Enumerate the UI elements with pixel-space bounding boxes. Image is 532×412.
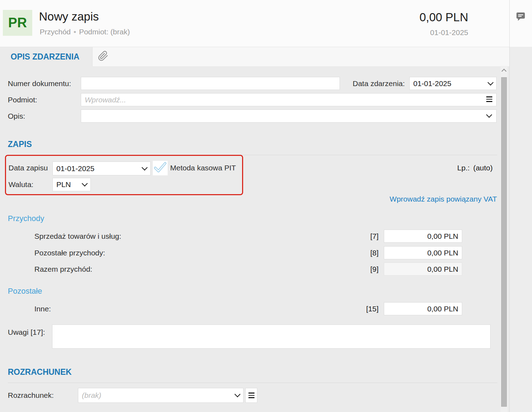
zapis-heading: ZAPIS	[8, 140, 32, 149]
podmiot-input[interactable]	[81, 93, 497, 106]
metoda-kasowa-label: Metoda kasowa PIT	[170, 164, 236, 172]
vertical-scrollbar[interactable]	[500, 66, 508, 412]
data-zapisu-value: 01-01-2025	[56, 164, 142, 173]
numer-dokumentu-input[interactable]	[81, 77, 340, 90]
entity-label: Podmiot: (brak)	[79, 28, 130, 36]
metoda-kasowa-checkbox[interactable]	[153, 161, 168, 175]
vat-link[interactable]: Wprowadź zapis powiązany VAT	[390, 195, 497, 203]
chat-icon	[515, 17, 526, 23]
amount-input-9	[384, 263, 462, 276]
przychody-heading: Przychody	[8, 214, 44, 223]
menu-icon[interactable]	[486, 96, 492, 102]
amount-input-7[interactable]	[384, 230, 462, 243]
podmiot-label: Podmiot:	[8, 96, 37, 104]
data-zapisu-label: Data zapisu	[9, 164, 48, 172]
waluta-label: Waluta:	[9, 180, 33, 189]
data-zdarzenia-value: 01-01-2025	[413, 79, 488, 88]
menu-icon	[248, 393, 254, 398]
rozrachunek-list-button[interactable]	[245, 388, 257, 403]
paperclip-icon	[98, 50, 108, 63]
rozrachunek-placeholder: (brak)	[82, 391, 235, 400]
side-panel-header	[510, 0, 532, 47]
chevron-down-icon	[142, 164, 148, 170]
side-panel	[509, 0, 532, 412]
rozrachunek-select[interactable]: (brak)	[78, 388, 243, 403]
lp-field: Lp.:(auto)	[457, 164, 493, 172]
lp-value: (auto)	[473, 164, 493, 172]
tab-strip: OPIS ZDARZENIA	[0, 47, 509, 66]
tab-attachments[interactable]	[93, 47, 114, 66]
header-subtitle: Przychód•Podmiot: (brak)	[40, 28, 130, 36]
lp-label: Lp.:	[457, 164, 470, 172]
rozrachunek-label: Rozrachunek:	[8, 391, 54, 400]
row-ref: [7]	[364, 232, 379, 241]
divider	[8, 383, 497, 383]
bullet-separator: •	[74, 28, 76, 36]
uwagi-textarea[interactable]	[52, 324, 491, 349]
header: PR Nowy zapis Przychód•Podmiot: (brak) 0…	[0, 0, 509, 47]
header-date: 01-01-2025	[430, 28, 468, 37]
new-entry-window: PR Nowy zapis Przychód•Podmiot: (brak) 0…	[0, 0, 532, 412]
chevron-down-icon	[82, 181, 88, 187]
opis-input[interactable]	[81, 109, 497, 123]
chevron-down-icon	[488, 79, 494, 85]
data-zdarzenia-select[interactable]: 01-01-2025	[409, 77, 497, 90]
row-ref: [15]	[364, 305, 379, 313]
check-icon	[154, 162, 167, 175]
waluta-value: PLN	[56, 180, 83, 189]
row-label: Pozostałe przychody:	[34, 249, 105, 257]
row-label: Razem przychód:	[34, 265, 92, 273]
chevron-down-icon	[235, 391, 241, 397]
amount-input-8[interactable]	[384, 246, 462, 259]
data-zdarzenia-label: Data zdarzenia:	[353, 79, 405, 88]
opis-label: Opis:	[8, 112, 25, 120]
pozostale-heading: Pozostałe	[8, 287, 42, 296]
amount-input-15[interactable]	[384, 302, 462, 315]
waluta-select[interactable]: PLN	[52, 178, 91, 191]
page-title: Nowy zapis	[39, 10, 99, 23]
divider	[8, 155, 497, 155]
row-label: Sprzedaż towarów i usług:	[34, 232, 121, 241]
scrollbar-thumb[interactable]	[501, 77, 507, 407]
entry-type-badge: PR	[3, 10, 32, 36]
numer-dokumentu-label: Numer dokumentu:	[8, 79, 71, 88]
tab-opis-zdarzenia[interactable]: OPIS ZDARZENIA	[0, 47, 93, 66]
entry-type-label: Przychód	[40, 28, 71, 36]
row-label: Inne:	[34, 305, 51, 313]
rozrachunek-heading: ROZRACHUNEK	[8, 367, 72, 377]
chevron-up-icon[interactable]	[502, 69, 506, 74]
uwagi-label: Uwagi [17]:	[8, 328, 45, 337]
comments-button[interactable]	[515, 11, 526, 22]
total-amount: 0,00 PLN	[419, 11, 468, 24]
row-ref: [8]	[364, 249, 379, 257]
data-zapisu-select[interactable]: 01-01-2025	[52, 162, 151, 175]
row-ref: [9]	[364, 265, 379, 273]
